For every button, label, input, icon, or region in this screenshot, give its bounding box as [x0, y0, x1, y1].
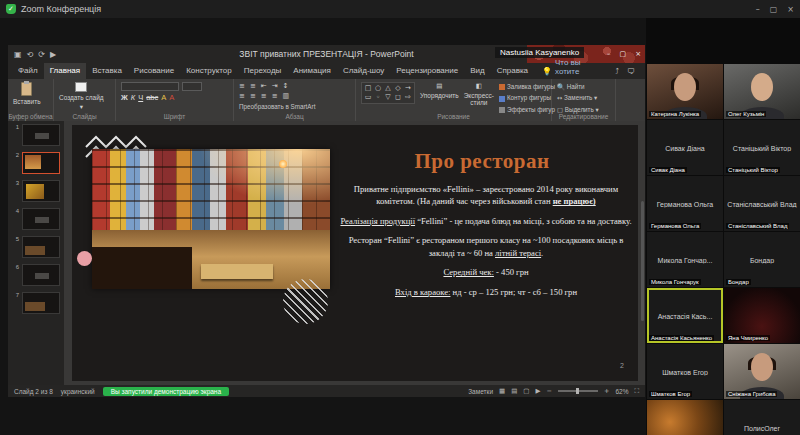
thumbnail-slide-5[interactable]: 5	[12, 236, 64, 258]
thumbnail-slide-2[interactable]: 2	[12, 152, 64, 174]
italic-button[interactable]: К	[131, 93, 135, 102]
font-name-input[interactable]	[121, 82, 179, 91]
participant-name-label: Микола Гончарук	[649, 279, 701, 285]
find-button[interactable]: 🔍 Найти	[557, 82, 599, 91]
align-left-icon[interactable]: ≡	[239, 92, 245, 100]
zoom-percent[interactable]: 62%	[615, 388, 628, 395]
ribbon-group-drawing: □○△◇→ ▭◦▽◻⇨ ▤ Упорядочить ◧ Экспресс-сти…	[356, 79, 552, 121]
reading-view-icon[interactable]: ▢	[523, 387, 529, 395]
lightbulb-icon: 💡	[542, 67, 552, 76]
line-spacing-icon[interactable]: ↕	[283, 82, 289, 90]
align-right-icon[interactable]: ≡	[261, 92, 267, 100]
tab-view[interactable]: Вид	[464, 63, 490, 79]
participant-display-name: Анастасія Кась...	[649, 312, 721, 319]
slide-sorter-icon[interactable]: ▤	[511, 387, 517, 395]
underline-button[interactable]: Ч	[138, 93, 143, 102]
participant-display-name: Шматков Егор	[649, 368, 721, 375]
thumbnail-slide-6[interactable]: 6	[12, 264, 64, 286]
bold-button[interactable]: Ж	[121, 93, 128, 102]
slideshow-view-icon[interactable]: ▶	[536, 387, 541, 395]
outline-swatch-icon	[499, 96, 505, 102]
redo-icon[interactable]: ⟳	[38, 50, 45, 59]
zoom-out-icon[interactable]: −	[547, 387, 552, 395]
shapes-gallery[interactable]: □○△◇→ ▭◦▽◻⇨	[361, 82, 415, 104]
pp-close-button[interactable]: ×	[635, 50, 641, 58]
pp-restore-button[interactable]: ▢	[620, 50, 627, 58]
justify-icon[interactable]: ≡	[272, 92, 278, 100]
shape-outline-button[interactable]: Контур фигуры	[499, 93, 555, 102]
fit-slide-icon[interactable]: ⛶	[634, 387, 639, 395]
minimize-button[interactable]: –	[756, 5, 760, 14]
participant-tile-active-speaker[interactable]: Анастасія Кась... Анастасія Касьяненко	[647, 288, 723, 343]
zoom-sharing-indicator: Вы запустили демонстрацию экрана	[103, 387, 229, 396]
participant-display-name: Сивак Діана	[649, 144, 721, 151]
tell-me-search[interactable]: 💡 Что вы хотите сделать	[534, 63, 615, 79]
participant-tile[interactable]: Олег Кузьмін	[724, 64, 800, 119]
zoom-slider[interactable]	[558, 390, 598, 392]
tab-animations[interactable]: Анимация	[287, 63, 337, 79]
participant-tile[interactable]: Сивак Діана Сивак Діана	[647, 120, 723, 175]
slide-paragraph: Реалізація продукції “Fellini” - це пода…	[340, 215, 632, 227]
share-icon[interactable]: ⤴	[615, 67, 619, 76]
zoom-titlebar: ✓ Zoom Конференція – ▢ ×	[0, 0, 800, 18]
smartart-button[interactable]: Преобразовать в SmartArt	[239, 102, 315, 111]
notes-button[interactable]: Заметки	[468, 388, 493, 395]
participant-name-label: Олег Кузьмін	[726, 111, 766, 117]
thumbnail-slide-3[interactable]: 3	[12, 180, 64, 202]
current-slide[interactable]: Про ресторан Приватне підприємство «Fell…	[72, 125, 638, 381]
font-color-button[interactable]: A	[169, 93, 174, 102]
tab-home[interactable]: Главная	[44, 63, 86, 79]
replace-button[interactable]: ↔ Заменить ▾	[557, 93, 599, 102]
tab-slideshow[interactable]: Слайд-шоу	[337, 63, 390, 79]
thumbnail-slide-4[interactable]: 4	[12, 208, 64, 230]
close-button[interactable]: ×	[787, 5, 794, 14]
participant-tile[interactable]: Шматков Егор Шматков Егор	[647, 344, 723, 399]
indent-decrease-icon[interactable]: ⇤	[261, 82, 267, 90]
restaurant-photo	[92, 149, 330, 289]
zoom-in-icon[interactable]: +	[604, 387, 609, 395]
participant-tile[interactable]: Станіславський Влад Станіславський Влад	[724, 176, 800, 231]
quick-styles-button[interactable]: ◧ Экспресс-стили	[464, 82, 494, 106]
columns-icon[interactable]: ▥	[283, 92, 290, 100]
participant-display-name: Станіцький Віктор	[726, 144, 798, 151]
participant-tile[interactable]: Германова Ольга Германова Ольга	[647, 176, 723, 231]
participant-tile[interactable]: Радченко Влад	[647, 400, 723, 435]
participant-tile[interactable]: Сніжана Грибова	[724, 344, 800, 399]
comments-icon[interactable]: 🗨	[627, 67, 635, 76]
participant-tile[interactable]: Катерина Лукінка	[647, 64, 723, 119]
start-presentation-icon[interactable]: ▶	[50, 50, 56, 59]
font-size-input[interactable]	[182, 82, 202, 91]
participant-display-name: Станіславський Влад	[726, 200, 798, 207]
align-center-icon[interactable]: ≡	[250, 92, 256, 100]
normal-view-icon[interactable]: ▦	[499, 387, 505, 395]
tab-insert[interactable]: Вставка	[86, 63, 128, 79]
participant-tile[interactable]: Станіцький Віктор Станіцький Віктор	[724, 120, 800, 175]
participant-tile[interactable]: Бондар Бондар	[724, 232, 800, 287]
canvas-scrollbar[interactable]	[641, 201, 644, 321]
undo-icon[interactable]: ⟲	[27, 50, 34, 59]
participant-tile[interactable]: Микола Гончар... Микола Гончарук	[647, 232, 723, 287]
shape-fill-button[interactable]: Заливка фигуры	[499, 82, 555, 91]
indent-increase-icon[interactable]: ⇥	[272, 82, 278, 90]
participant-tile[interactable]: Яна Чмиренко	[724, 288, 800, 343]
save-icon[interactable]: ▣	[14, 50, 22, 59]
pp-minimize-button[interactable]: –	[607, 50, 611, 58]
arrange-button[interactable]: ▤ Упорядочить	[420, 82, 459, 99]
participant-tile[interactable]: ПолисОлег ПолисОлег	[724, 400, 800, 435]
tab-transitions[interactable]: Переходы	[238, 63, 288, 79]
text-highlight-button[interactable]: A	[161, 93, 166, 102]
strikethrough-button[interactable]: abc	[146, 93, 158, 102]
tab-draw[interactable]: Рисование	[128, 63, 180, 79]
language-indicator[interactable]: украинский	[61, 388, 95, 395]
maximize-button[interactable]: ▢	[770, 5, 778, 14]
paste-button[interactable]: Вставить	[13, 82, 41, 105]
thumbnail-slide-1[interactable]: 1	[12, 124, 64, 146]
bullets-icon[interactable]: ≡	[239, 82, 245, 90]
thumbnail-slide-7[interactable]: 7	[12, 292, 64, 314]
tab-design[interactable]: Конструктор	[180, 63, 238, 79]
new-slide-button[interactable]: Создать слайд ▾	[59, 82, 104, 111]
numbering-icon[interactable]: ≡	[250, 82, 256, 90]
tab-review[interactable]: Рецензирование	[390, 63, 464, 79]
tab-file[interactable]: Файл	[12, 63, 44, 79]
tab-help[interactable]: Справка	[491, 63, 534, 79]
